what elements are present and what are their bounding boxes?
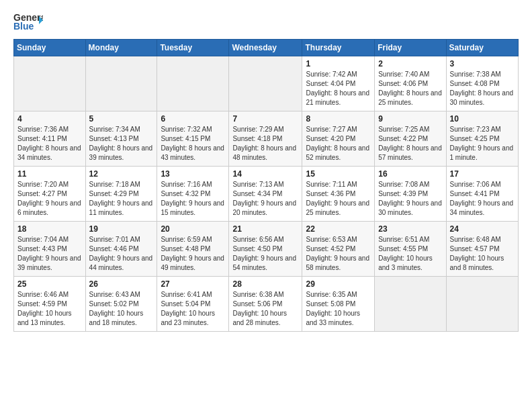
calendar-cell: 11Sunrise: 7:20 AMSunset: 4:27 PMDayligh…: [14, 167, 86, 222]
weekday-header-saturday: Saturday: [446, 40, 518, 56]
svg-text:Blue: Blue: [13, 21, 34, 32]
logo-area: General Blue: [13, 11, 43, 32]
day-number: 23: [378, 224, 442, 234]
calendar-cell: 20Sunrise: 6:59 AMSunset: 4:48 PMDayligh…: [157, 222, 229, 277]
day-number: 5: [89, 114, 154, 124]
calendar-cell: 27Sunrise: 6:41 AMSunset: 5:04 PMDayligh…: [157, 277, 229, 332]
day-number: 20: [161, 224, 225, 234]
calendar-cell: [375, 277, 446, 332]
day-info: Sunrise: 6:43 AMSunset: 5:02 PMDaylight:…: [89, 290, 154, 328]
day-info: Sunrise: 7:01 AMSunset: 4:46 PMDaylight:…: [89, 235, 154, 273]
weekday-header-row: SundayMondayTuesdayWednesdayThursdayFrid…: [14, 40, 519, 56]
day-number: 22: [306, 224, 371, 234]
calendar-week-row: 1Sunrise: 7:42 AMSunset: 4:04 PMDaylight…: [14, 56, 519, 111]
day-number: 18: [17, 224, 82, 234]
calendar-week-row: 25Sunrise: 6:46 AMSunset: 4:59 PMDayligh…: [14, 277, 519, 332]
calendar-cell: 21Sunrise: 6:56 AMSunset: 4:50 PMDayligh…: [229, 222, 302, 277]
calendar-cell: 29Sunrise: 6:35 AMSunset: 5:08 PMDayligh…: [302, 277, 375, 332]
calendar-cell: 9Sunrise: 7:25 AMSunset: 4:22 PMDaylight…: [375, 111, 446, 167]
calendar-cell: 22Sunrise: 6:53 AMSunset: 4:52 PMDayligh…: [302, 222, 375, 277]
day-number: 4: [17, 114, 82, 124]
day-info: Sunrise: 7:23 AMSunset: 4:25 PMDaylight:…: [450, 125, 515, 163]
day-info: Sunrise: 6:46 AMSunset: 4:59 PMDaylight:…: [17, 290, 82, 328]
logo: General Blue: [13, 11, 43, 32]
calendar-cell: [229, 56, 302, 111]
day-info: Sunrise: 7:27 AMSunset: 4:20 PMDaylight:…: [306, 125, 371, 163]
day-number: 2: [378, 59, 442, 68]
day-info: Sunrise: 7:20 AMSunset: 4:27 PMDaylight:…: [17, 180, 82, 218]
page: General Blue SundayMondayTuesdayWednesda…: [0, 0, 532, 411]
day-info: Sunrise: 6:51 AMSunset: 4:55 PMDaylight:…: [378, 235, 442, 273]
day-info: Sunrise: 7:38 AMSunset: 4:08 PMDaylight:…: [450, 70, 515, 107]
day-info: Sunrise: 6:38 AMSunset: 5:06 PMDaylight:…: [232, 290, 298, 328]
day-info: Sunrise: 7:18 AMSunset: 4:29 PMDaylight:…: [89, 180, 154, 218]
day-info: Sunrise: 7:34 AMSunset: 4:13 PMDaylight:…: [89, 125, 154, 163]
day-info: Sunrise: 7:40 AMSunset: 4:06 PMDaylight:…: [378, 70, 442, 107]
day-number: 19: [89, 224, 154, 234]
day-number: 17: [450, 169, 515, 179]
weekday-header-thursday: Thursday: [302, 40, 375, 56]
calendar-cell: 8Sunrise: 7:27 AMSunset: 4:20 PMDaylight…: [302, 111, 375, 167]
calendar-cell: 15Sunrise: 7:11 AMSunset: 4:36 PMDayligh…: [302, 167, 375, 222]
weekday-header-monday: Monday: [85, 40, 157, 56]
day-number: 12: [89, 169, 154, 179]
calendar-cell: 23Sunrise: 6:51 AMSunset: 4:55 PMDayligh…: [375, 222, 446, 277]
calendar-cell: 7Sunrise: 7:29 AMSunset: 4:18 PMDaylight…: [229, 111, 302, 167]
day-info: Sunrise: 7:11 AMSunset: 4:36 PMDaylight:…: [306, 180, 371, 218]
day-number: 25: [17, 279, 82, 289]
calendar-cell: 6Sunrise: 7:32 AMSunset: 4:15 PMDaylight…: [157, 111, 229, 167]
calendar-cell: 26Sunrise: 6:43 AMSunset: 5:02 PMDayligh…: [85, 277, 157, 332]
calendar-cell: 4Sunrise: 7:36 AMSunset: 4:11 PMDaylight…: [14, 111, 86, 167]
calendar-cell: [157, 56, 229, 111]
calendar-cell: 13Sunrise: 7:16 AMSunset: 4:32 PMDayligh…: [157, 167, 229, 222]
day-info: Sunrise: 6:35 AMSunset: 5:08 PMDaylight:…: [306, 290, 371, 328]
logo-icon: General Blue: [13, 11, 43, 32]
calendar-cell: 3Sunrise: 7:38 AMSunset: 4:08 PMDaylight…: [446, 56, 518, 111]
calendar-cell: 24Sunrise: 6:48 AMSunset: 4:57 PMDayligh…: [446, 222, 518, 277]
calendar-cell: 19Sunrise: 7:01 AMSunset: 4:46 PMDayligh…: [85, 222, 157, 277]
day-number: 1: [306, 59, 371, 68]
day-number: 21: [232, 224, 298, 234]
calendar-week-row: 18Sunrise: 7:04 AMSunset: 4:43 PMDayligh…: [14, 222, 519, 277]
calendar-cell: [446, 277, 518, 332]
day-info: Sunrise: 7:16 AMSunset: 4:32 PMDaylight:…: [161, 180, 225, 218]
day-number: 3: [450, 59, 515, 68]
day-number: 28: [232, 279, 298, 289]
day-info: Sunrise: 7:08 AMSunset: 4:39 PMDaylight:…: [378, 180, 442, 218]
day-info: Sunrise: 6:41 AMSunset: 5:04 PMDaylight:…: [161, 290, 225, 328]
day-info: Sunrise: 6:48 AMSunset: 4:57 PMDaylight:…: [450, 235, 515, 273]
day-number: 6: [161, 114, 225, 124]
weekday-header-sunday: Sunday: [14, 40, 86, 56]
calendar-cell: 28Sunrise: 6:38 AMSunset: 5:06 PMDayligh…: [229, 277, 302, 332]
day-info: Sunrise: 6:56 AMSunset: 4:50 PMDaylight:…: [232, 235, 298, 273]
day-info: Sunrise: 7:04 AMSunset: 4:43 PMDaylight:…: [17, 235, 82, 273]
calendar-cell: 16Sunrise: 7:08 AMSunset: 4:39 PMDayligh…: [375, 167, 446, 222]
calendar-cell: 14Sunrise: 7:13 AMSunset: 4:34 PMDayligh…: [229, 167, 302, 222]
day-info: Sunrise: 7:29 AMSunset: 4:18 PMDaylight:…: [232, 125, 298, 163]
day-number: 26: [89, 279, 154, 289]
calendar-cell: [85, 56, 157, 111]
day-info: Sunrise: 6:59 AMSunset: 4:48 PMDaylight:…: [161, 235, 225, 273]
day-info: Sunrise: 7:06 AMSunset: 4:41 PMDaylight:…: [450, 180, 515, 218]
calendar-cell: 25Sunrise: 6:46 AMSunset: 4:59 PMDayligh…: [14, 277, 86, 332]
calendar-cell: 5Sunrise: 7:34 AMSunset: 4:13 PMDaylight…: [85, 111, 157, 167]
calendar-week-row: 4Sunrise: 7:36 AMSunset: 4:11 PMDaylight…: [14, 111, 519, 167]
calendar-table: SundayMondayTuesdayWednesdayThursdayFrid…: [13, 39, 519, 332]
header: General Blue: [13, 11, 519, 32]
day-number: 11: [17, 169, 82, 179]
weekday-header-friday: Friday: [375, 40, 446, 56]
day-info: Sunrise: 7:42 AMSunset: 4:04 PMDaylight:…: [306, 70, 371, 107]
calendar-cell: 10Sunrise: 7:23 AMSunset: 4:25 PMDayligh…: [446, 111, 518, 167]
day-number: 13: [161, 169, 225, 179]
day-info: Sunrise: 7:32 AMSunset: 4:15 PMDaylight:…: [161, 125, 225, 163]
day-info: Sunrise: 7:36 AMSunset: 4:11 PMDaylight:…: [17, 125, 82, 163]
calendar-cell: 2Sunrise: 7:40 AMSunset: 4:06 PMDaylight…: [375, 56, 446, 111]
day-number: 29: [306, 279, 371, 289]
day-number: 27: [161, 279, 225, 289]
weekday-header-tuesday: Tuesday: [157, 40, 229, 56]
day-info: Sunrise: 7:13 AMSunset: 4:34 PMDaylight:…: [232, 180, 298, 218]
day-number: 15: [306, 169, 371, 179]
calendar-cell: 18Sunrise: 7:04 AMSunset: 4:43 PMDayligh…: [14, 222, 86, 277]
weekday-header-wednesday: Wednesday: [229, 40, 302, 56]
day-number: 10: [450, 114, 515, 124]
